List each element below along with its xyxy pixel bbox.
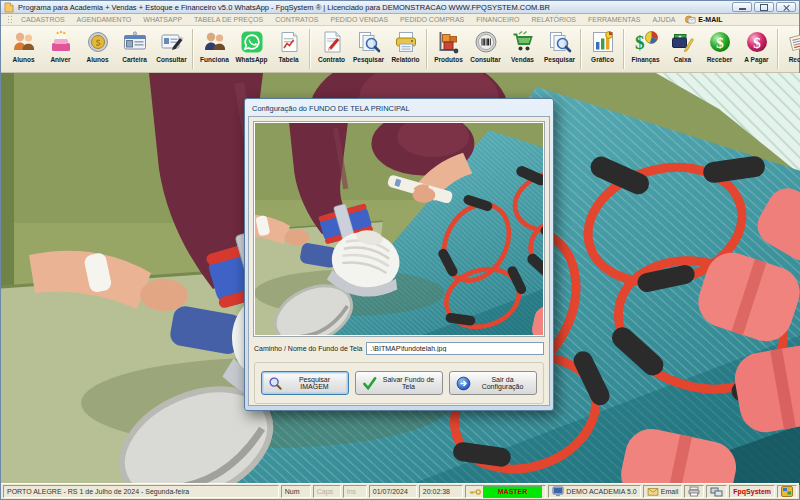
app-icon	[4, 2, 14, 13]
toolbar-relatorio[interactable]: Relatório	[387, 27, 424, 63]
menu-ajuda[interactable]: AJUDA	[646, 16, 681, 23]
wallpaper-path-input[interactable]	[366, 342, 544, 355]
menu-pedido-vendas[interactable]: PEDIDO VENDAS	[324, 16, 394, 23]
status-num-lock: Num	[281, 485, 311, 498]
toolbar-separator	[426, 29, 427, 69]
toolbar-alunos-2[interactable]: Alunos	[79, 27, 116, 63]
close-icon	[783, 4, 790, 11]
toolbar-recibo[interactable]: Recibo	[781, 27, 800, 63]
restore-button[interactable]	[754, 2, 774, 12]
title-bar: Programa para Academia + Vendas + Estoqu…	[1, 1, 799, 14]
status-time: 20:02:38	[419, 485, 463, 498]
toolbar-pesquisar-contrato[interactable]: Pesquisar	[350, 27, 387, 63]
toolbar-grafico[interactable]: Gráfico	[584, 27, 621, 63]
status-email[interactable]: Email	[643, 485, 683, 498]
svg-text:$: $	[716, 35, 724, 51]
status-insert: Ins	[343, 485, 367, 498]
toolbar-separator	[309, 29, 310, 69]
status-company: DEMO ACADEMIA 5.0	[548, 485, 640, 498]
toolbar-financas[interactable]: $ Finanças	[627, 27, 664, 63]
computer-icon	[552, 486, 564, 497]
window-title: Programa para Academia + Vendas + Estoqu…	[18, 3, 728, 12]
menu-relatorios[interactable]: RELATÓRIOS	[525, 16, 582, 23]
toolbar-pesquisar-vendas[interactable]: Pesquisar	[541, 27, 578, 63]
status-caps-lock: Caps	[313, 485, 341, 498]
cash-register-icon	[670, 29, 696, 55]
toolbar-alunos[interactable]: Alunos	[5, 27, 42, 63]
toolbar-a-pagar[interactable]: $ A Pagar	[738, 27, 775, 63]
toolbar-whatsapp[interactable]: WhatsApp	[233, 27, 270, 63]
app-badge-icon	[781, 486, 793, 497]
key-icon	[469, 487, 481, 497]
receive-coin-icon: $	[707, 29, 733, 55]
toolbar-separator	[192, 29, 193, 69]
menu-ferramentas[interactable]: FERRAMENTAS	[582, 16, 646, 23]
bar-chart-icon	[590, 29, 616, 55]
toolbar-caixa[interactable]: Caixa	[664, 27, 701, 63]
toolbar-separator	[580, 29, 581, 69]
toolbar-produtos[interactable]: Produtos	[430, 27, 467, 63]
finance-pie-icon: $	[633, 29, 659, 55]
menu-whatsapp[interactable]: WHATSAPP	[137, 16, 188, 23]
menu-tabela-precos[interactable]: TABELA DE PREÇOS	[188, 16, 269, 23]
go-arrow-icon	[456, 376, 471, 391]
exit-config-button[interactable]: Sair da Configuração	[449, 371, 537, 395]
toolbar-grip	[7, 15, 12, 24]
toolbar-funcionarios[interactable]: Funciona	[196, 27, 233, 63]
toolbar-tabela[interactable]: Tabela	[270, 27, 307, 63]
toolbar-aniver[interactable]: Aniver	[42, 27, 79, 63]
magnifier-icon	[268, 376, 283, 391]
restore-icon	[760, 4, 768, 11]
contract-icon	[319, 29, 345, 55]
search-image-button[interactable]: Pesquisar IMAGEM	[261, 371, 349, 395]
birthday-cake-icon	[48, 29, 74, 55]
status-network[interactable]	[706, 485, 727, 498]
network-icon	[710, 487, 723, 497]
save-wallpaper-button[interactable]: Salvar Fundo de Tela	[355, 371, 443, 395]
toolbar-contrato[interactable]: Contrato	[313, 27, 350, 63]
config-dialog: Configuração do FUNDO DE TELA PRINCIPAL …	[244, 98, 554, 411]
svg-text:$: $	[753, 35, 761, 51]
menu-email[interactable]: E-MAIL	[681, 15, 726, 24]
menu-contratos[interactable]: CONTRATOS	[269, 16, 324, 23]
dialog-title: Configuração do FUNDO DE TELA PRINCIPAL	[248, 101, 550, 116]
toolbar-separator	[777, 29, 778, 69]
id-card-icon	[122, 29, 148, 55]
report-printer-icon	[393, 29, 419, 55]
wallpaper-preview-image	[254, 122, 544, 336]
toolbar-consultar-produtos[interactable]: Consultar	[467, 27, 504, 63]
price-table-icon	[276, 29, 302, 55]
toolbar-vendas[interactable]: Vendas	[504, 27, 541, 63]
check-icon	[362, 376, 377, 391]
menu-bar: CADASTROS AGENDAMENTO WHATSAPP TABELA DE…	[1, 14, 799, 26]
products-handtruck-icon	[436, 29, 462, 55]
students-icon	[11, 29, 37, 55]
whatsapp-icon	[239, 29, 265, 55]
barcode-icon	[473, 29, 499, 55]
menu-pedido-compras[interactable]: PEDIDO COMPRAS	[394, 16, 470, 23]
app-window: Programa para Academia + Vendas + Estoqu…	[0, 0, 800, 500]
status-bar: PORTO ALEGRE - RS 1 de Julho de 2024 - S…	[1, 483, 799, 499]
email-globe-icon	[685, 15, 696, 24]
search-docs-icon	[547, 29, 573, 55]
status-brand: FpqSystem	[729, 485, 775, 498]
menu-financeiro[interactable]: FINANCEIRO	[470, 16, 525, 23]
search-docs-icon	[356, 29, 382, 55]
receipt-icon	[787, 29, 800, 55]
toolbar-consultar-carteira[interactable]: Consultar	[153, 27, 190, 63]
status-user-level: MASTER	[465, 485, 547, 498]
close-button[interactable]	[776, 2, 796, 12]
status-app-badge	[777, 485, 797, 498]
menu-agendamento[interactable]: AGENDAMENTO	[71, 16, 138, 23]
menu-cadastros[interactable]: CADASTROS	[15, 16, 71, 23]
toolbar-receber[interactable]: $ Receber	[701, 27, 738, 63]
toolbar: Alunos Aniver Alunos Carteira Consultar …	[1, 26, 799, 73]
status-printer[interactable]	[684, 485, 704, 498]
minimize-button[interactable]	[732, 2, 752, 12]
shopping-cart-icon	[510, 29, 536, 55]
wallpaper-path-label: Caminho / Nome do Fundo de Tela	[254, 345, 362, 352]
toolbar-carteira[interactable]: Carteira	[116, 27, 153, 63]
status-location: PORTO ALEGRE - RS 1 de Julho de 2024 - S…	[3, 485, 279, 498]
pay-coin-icon: $	[744, 29, 770, 55]
status-date: 01/07/2024	[369, 485, 417, 498]
